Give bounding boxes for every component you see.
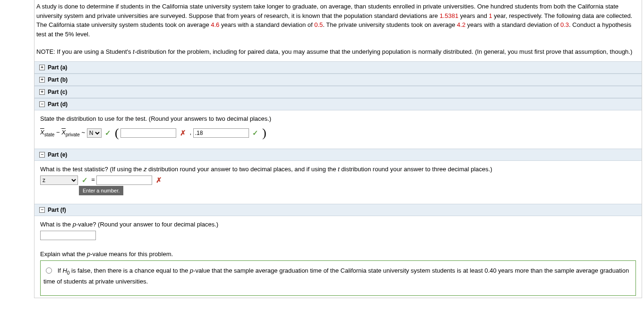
note-prefix: NOTE: If you are using a Student's xyxy=(36,48,133,55)
opt1-a: If xyxy=(58,267,63,274)
part-f-body: What is the p-value? (Round your answer … xyxy=(34,216,642,298)
part-f-prompt-1: What is the xyxy=(40,221,73,228)
problem-val-3: 4.6 xyxy=(211,21,219,28)
equals-sign: = xyxy=(91,176,96,183)
part-e-body: What is the test statistic? (If using th… xyxy=(34,161,642,204)
collapse-icon: − xyxy=(39,101,45,107)
problem-note: NOTE: If you are using a Student's t-dis… xyxy=(36,47,640,57)
problem-text-2: years and xyxy=(458,12,489,19)
distribution-select[interactable]: N xyxy=(87,128,102,138)
opt1-b: is false, then there is a chance equal t… xyxy=(69,267,189,274)
expand-icon: + xyxy=(39,65,45,70)
cross-icon: ✗ xyxy=(156,176,162,184)
part-a-label: Part (a) xyxy=(48,64,67,71)
right-paren-icon: ) xyxy=(262,126,266,140)
xbar-private: X xyxy=(61,129,66,136)
minus-sign: − xyxy=(54,129,61,136)
opt1-H: H xyxy=(62,267,67,274)
problem-text-6: years with a standard deviation of xyxy=(465,21,560,28)
problem-text-5: . The private university students took o… xyxy=(323,21,457,28)
problem-val-2: 1 xyxy=(489,12,492,19)
part-c-header[interactable]: +Part (c) xyxy=(34,86,642,98)
part-b-header[interactable]: +Part (b) xyxy=(34,74,642,86)
p-value-option-1[interactable]: If H0 is false, then there is a chance e… xyxy=(43,266,633,287)
part-d-header[interactable]: −Part (d) xyxy=(34,98,642,110)
part-e-header[interactable]: −Part (e) xyxy=(34,149,642,161)
tilde: ~ xyxy=(80,129,87,136)
left-paren-icon: ( xyxy=(115,126,119,140)
xbar-state: X xyxy=(40,129,44,136)
part-f-explain-2: -value means for this problem. xyxy=(90,251,173,258)
comma: , xyxy=(190,129,193,136)
check-icon: ✓ xyxy=(252,129,258,137)
problem-val-1: 1.5381 xyxy=(439,12,458,19)
part-d-prompt: State the distribution to use for the te… xyxy=(40,115,636,122)
part-e-label: Part (e) xyxy=(48,151,67,158)
expand-icon: + xyxy=(39,77,45,83)
problem-statement: A study is done to determine if students… xyxy=(34,0,642,61)
note-rest: -distribution for the problem, including… xyxy=(135,48,633,55)
collapse-icon: − xyxy=(39,152,45,158)
problem-val-5: 4.2 xyxy=(457,21,465,28)
part-a-header[interactable]: +Part (a) xyxy=(34,61,642,74)
part-d-label: Part (d) xyxy=(48,101,68,108)
problem-val-6: 0.3 xyxy=(560,21,569,28)
stat-type-select[interactable]: z xyxy=(40,175,78,185)
part-e-prompt-3: distribution round your answer to three … xyxy=(340,166,492,173)
mean-input[interactable] xyxy=(120,128,176,138)
part-f-explain-1: Explain what the xyxy=(40,251,87,258)
test-statistic-input[interactable] xyxy=(96,175,152,185)
part-f-prompt-2: -value? (Round your answer to four decim… xyxy=(76,221,218,228)
check-icon: ✓ xyxy=(105,129,111,137)
problem-text-4: years with a standard deviation of xyxy=(219,21,314,28)
part-e-prompt-1: What is the test statistic? (If using th… xyxy=(40,166,144,173)
part-c-label: Part (c) xyxy=(48,89,67,95)
opt1-p: p xyxy=(190,267,193,274)
part-f-header[interactable]: −Part (f) xyxy=(34,204,642,216)
tooltip-enter-number: Enter a number. xyxy=(79,186,123,195)
check-icon: ✓ xyxy=(82,176,88,184)
p-italic: p xyxy=(73,221,76,228)
expand-icon: + xyxy=(39,89,45,95)
problem-val-4: 0.5 xyxy=(314,21,323,28)
collapse-icon: − xyxy=(39,207,45,213)
part-d-body: State the distribution to use for the te… xyxy=(34,110,642,149)
sub-state: state xyxy=(44,132,55,137)
sd-input[interactable] xyxy=(193,128,249,138)
p-value-options: If H0 is false, then there is a chance e… xyxy=(40,260,636,296)
radio-option-1[interactable] xyxy=(46,267,52,274)
part-e-prompt-2: distribution round your answer to two de… xyxy=(146,166,338,173)
sub-private: private xyxy=(66,132,80,137)
cross-icon: ✗ xyxy=(180,129,186,137)
part-b-label: Part (b) xyxy=(48,76,68,83)
p-value-input[interactable] xyxy=(40,231,96,240)
part-f-label: Part (f) xyxy=(48,207,66,213)
